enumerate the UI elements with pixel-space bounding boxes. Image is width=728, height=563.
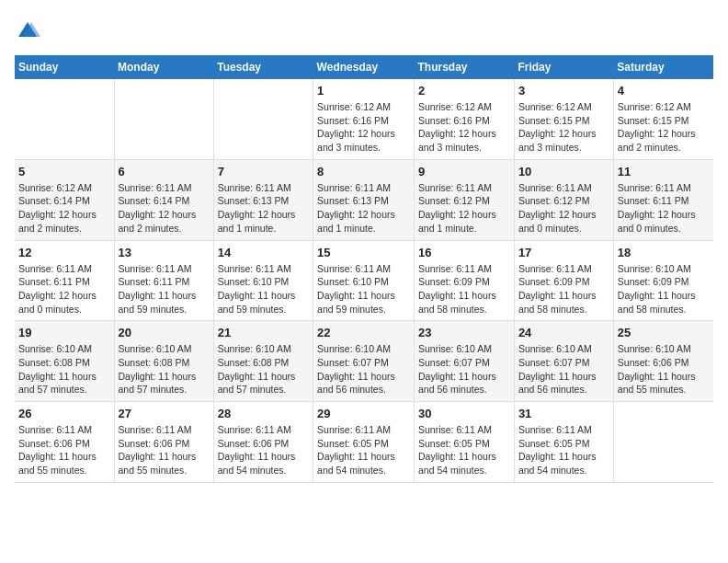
day-number: 9 (418, 165, 510, 178)
calendar-cell (114, 79, 213, 159)
day-of-week-header: Friday (514, 55, 613, 79)
day-number: 17 (518, 246, 609, 259)
calendar-week-row: 1Sunrise: 6:12 AM Sunset: 6:16 PM Daylig… (15, 79, 713, 159)
calendar-cell (213, 79, 313, 159)
day-info: Sunrise: 6:11 AM Sunset: 6:13 PM Dayligh… (218, 181, 309, 236)
day-number: 4 (618, 84, 710, 98)
day-number: 18 (618, 246, 710, 259)
day-info: Sunrise: 6:11 AM Sunset: 6:09 PM Dayligh… (518, 262, 609, 316)
day-number: 2 (418, 84, 510, 98)
day-number: 20 (119, 326, 210, 339)
day-number: 14 (218, 246, 309, 259)
calendar-cell: 18Sunrise: 6:10 AM Sunset: 6:09 PM Dayli… (613, 240, 713, 321)
calendar-cell: 12Sunrise: 6:11 AM Sunset: 6:11 PM Dayli… (15, 240, 114, 321)
day-of-week-header: Tuesday (213, 55, 313, 79)
day-number: 11 (618, 165, 710, 178)
logo-icon (15, 18, 40, 44)
day-info: Sunrise: 6:11 AM Sunset: 6:06 PM Dayligh… (218, 423, 309, 477)
day-info: Sunrise: 6:11 AM Sunset: 6:11 PM Dayligh… (18, 262, 110, 316)
day-info: Sunrise: 6:10 AM Sunset: 6:08 PM Dayligh… (218, 342, 309, 396)
calendar-cell: 10Sunrise: 6:11 AM Sunset: 6:12 PM Dayli… (514, 159, 613, 240)
day-info: Sunrise: 6:11 AM Sunset: 6:13 PM Dayligh… (317, 181, 410, 236)
calendar-cell: 25Sunrise: 6:10 AM Sunset: 6:06 PM Dayli… (613, 321, 713, 402)
day-number: 13 (119, 246, 210, 259)
day-of-week-header: Wednesday (313, 55, 415, 79)
calendar-cell: 17Sunrise: 6:11 AM Sunset: 6:09 PM Dayli… (514, 240, 613, 321)
day-number: 25 (618, 326, 710, 339)
day-of-week-header: Monday (114, 55, 213, 79)
calendar-cell: 9Sunrise: 6:11 AM Sunset: 6:12 PM Daylig… (415, 159, 515, 240)
day-info: Sunrise: 6:11 AM Sunset: 6:11 PM Dayligh… (119, 262, 210, 316)
day-info: Sunrise: 6:12 AM Sunset: 6:15 PM Dayligh… (618, 100, 710, 155)
day-number: 21 (218, 326, 309, 339)
day-info: Sunrise: 6:11 AM Sunset: 6:09 PM Dayligh… (418, 262, 510, 316)
day-of-week-header: Thursday (415, 55, 515, 79)
day-info: Sunrise: 6:11 AM Sunset: 6:05 PM Dayligh… (518, 423, 609, 477)
logo (15, 15, 44, 44)
calendar-cell: 19Sunrise: 6:10 AM Sunset: 6:08 PM Dayli… (15, 321, 114, 402)
calendar-cell: 15Sunrise: 6:11 AM Sunset: 6:10 PM Dayli… (313, 240, 415, 321)
calendar-cell: 28Sunrise: 6:11 AM Sunset: 6:06 PM Dayli… (213, 402, 313, 483)
calendar-cell: 22Sunrise: 6:10 AM Sunset: 6:07 PM Dayli… (313, 321, 415, 402)
calendar-cell: 14Sunrise: 6:11 AM Sunset: 6:10 PM Dayli… (213, 240, 313, 321)
day-number: 29 (317, 407, 410, 420)
calendar-cell: 30Sunrise: 6:11 AM Sunset: 6:05 PM Dayli… (415, 402, 515, 483)
day-info: Sunrise: 6:12 AM Sunset: 6:15 PM Dayligh… (518, 100, 609, 155)
day-number: 12 (18, 246, 110, 259)
day-info: Sunrise: 6:10 AM Sunset: 6:08 PM Dayligh… (119, 342, 210, 396)
calendar-cell: 16Sunrise: 6:11 AM Sunset: 6:09 PM Dayli… (415, 240, 515, 321)
calendar-header: SundayMondayTuesdayWednesdayThursdayFrid… (15, 55, 713, 79)
calendar-cell: 27Sunrise: 6:11 AM Sunset: 6:06 PM Dayli… (114, 402, 213, 483)
day-number: 19 (18, 326, 110, 339)
day-info: Sunrise: 6:12 AM Sunset: 6:16 PM Dayligh… (317, 100, 410, 155)
day-of-week-header: Saturday (613, 55, 713, 79)
calendar-body: 1Sunrise: 6:12 AM Sunset: 6:16 PM Daylig… (15, 79, 713, 482)
calendar-cell: 21Sunrise: 6:10 AM Sunset: 6:08 PM Dayli… (213, 321, 313, 402)
day-number: 26 (18, 407, 110, 420)
calendar-cell: 3Sunrise: 6:12 AM Sunset: 6:15 PM Daylig… (514, 79, 613, 159)
calendar-cell: 7Sunrise: 6:11 AM Sunset: 6:13 PM Daylig… (213, 159, 313, 240)
calendar-cell: 2Sunrise: 6:12 AM Sunset: 6:16 PM Daylig… (415, 79, 515, 159)
calendar-cell: 5Sunrise: 6:12 AM Sunset: 6:14 PM Daylig… (15, 159, 114, 240)
calendar-cell: 23Sunrise: 6:10 AM Sunset: 6:07 PM Dayli… (415, 321, 515, 402)
day-info: Sunrise: 6:11 AM Sunset: 6:10 PM Dayligh… (218, 262, 309, 316)
day-info: Sunrise: 6:12 AM Sunset: 6:14 PM Dayligh… (18, 181, 110, 236)
calendar-week-row: 5Sunrise: 6:12 AM Sunset: 6:14 PM Daylig… (15, 159, 713, 240)
day-number: 6 (119, 165, 210, 178)
day-info: Sunrise: 6:12 AM Sunset: 6:16 PM Dayligh… (418, 100, 510, 155)
day-info: Sunrise: 6:10 AM Sunset: 6:06 PM Dayligh… (618, 342, 710, 396)
day-number: 7 (218, 165, 309, 178)
day-number: 28 (218, 407, 309, 420)
day-number: 8 (317, 165, 410, 178)
day-info: Sunrise: 6:10 AM Sunset: 6:07 PM Dayligh… (317, 342, 410, 396)
day-number: 23 (418, 326, 510, 339)
calendar-cell: 11Sunrise: 6:11 AM Sunset: 6:11 PM Dayli… (613, 159, 713, 240)
day-info: Sunrise: 6:11 AM Sunset: 6:12 PM Dayligh… (518, 181, 609, 236)
day-info: Sunrise: 6:10 AM Sunset: 6:08 PM Dayligh… (18, 342, 110, 396)
calendar-cell: 24Sunrise: 6:10 AM Sunset: 6:07 PM Dayli… (514, 321, 613, 402)
day-number: 27 (119, 407, 210, 420)
day-number: 5 (18, 165, 110, 178)
day-number: 1 (317, 84, 410, 98)
days-of-week-row: SundayMondayTuesdayWednesdayThursdayFrid… (15, 55, 713, 79)
day-info: Sunrise: 6:11 AM Sunset: 6:06 PM Dayligh… (18, 423, 110, 477)
calendar-cell: 1Sunrise: 6:12 AM Sunset: 6:16 PM Daylig… (313, 79, 415, 159)
calendar-cell: 8Sunrise: 6:11 AM Sunset: 6:13 PM Daylig… (313, 159, 415, 240)
day-info: Sunrise: 6:11 AM Sunset: 6:14 PM Dayligh… (119, 181, 210, 236)
calendar-week-row: 12Sunrise: 6:11 AM Sunset: 6:11 PM Dayli… (15, 240, 713, 321)
day-info: Sunrise: 6:11 AM Sunset: 6:05 PM Dayligh… (317, 423, 410, 477)
day-info: Sunrise: 6:11 AM Sunset: 6:11 PM Dayligh… (618, 181, 710, 236)
calendar-cell: 4Sunrise: 6:12 AM Sunset: 6:15 PM Daylig… (613, 79, 713, 159)
calendar-week-row: 26Sunrise: 6:11 AM Sunset: 6:06 PM Dayli… (15, 402, 713, 483)
day-info: Sunrise: 6:11 AM Sunset: 6:05 PM Dayligh… (418, 423, 510, 477)
calendar-cell (15, 79, 114, 159)
calendar-table: SundayMondayTuesdayWednesdayThursdayFrid… (15, 55, 713, 483)
day-number: 24 (518, 326, 609, 339)
calendar-cell: 6Sunrise: 6:11 AM Sunset: 6:14 PM Daylig… (114, 159, 213, 240)
calendar-cell: 31Sunrise: 6:11 AM Sunset: 6:05 PM Dayli… (514, 402, 613, 483)
calendar-cell (613, 402, 713, 483)
calendar-cell: 20Sunrise: 6:10 AM Sunset: 6:08 PM Dayli… (114, 321, 213, 402)
day-info: Sunrise: 6:10 AM Sunset: 6:09 PM Dayligh… (618, 262, 710, 316)
day-number: 30 (418, 407, 510, 420)
calendar-cell: 26Sunrise: 6:11 AM Sunset: 6:06 PM Dayli… (15, 402, 114, 483)
